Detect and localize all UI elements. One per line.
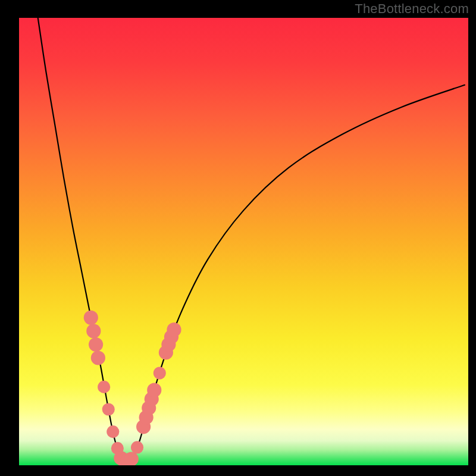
chart-svg	[19, 18, 468, 465]
highlight-dot	[86, 324, 101, 338]
chart-frame: TheBottleneck.com	[0, 0, 476, 476]
watermark-text: TheBottleneck.com	[355, 1, 469, 17]
highlight-dot	[154, 367, 166, 380]
highlight-dot	[102, 403, 115, 415]
highlight-dot	[167, 322, 181, 337]
highlight-dot	[84, 311, 98, 325]
highlight-dot	[131, 441, 143, 453]
plot-area	[19, 18, 468, 465]
highlight-dot	[89, 337, 103, 352]
highlight-dot	[98, 381, 110, 393]
highlight-dot	[91, 350, 105, 365]
highlight-dot	[147, 383, 161, 397]
highlight-dot	[107, 425, 119, 438]
bottleneck-curve	[38, 18, 465, 462]
